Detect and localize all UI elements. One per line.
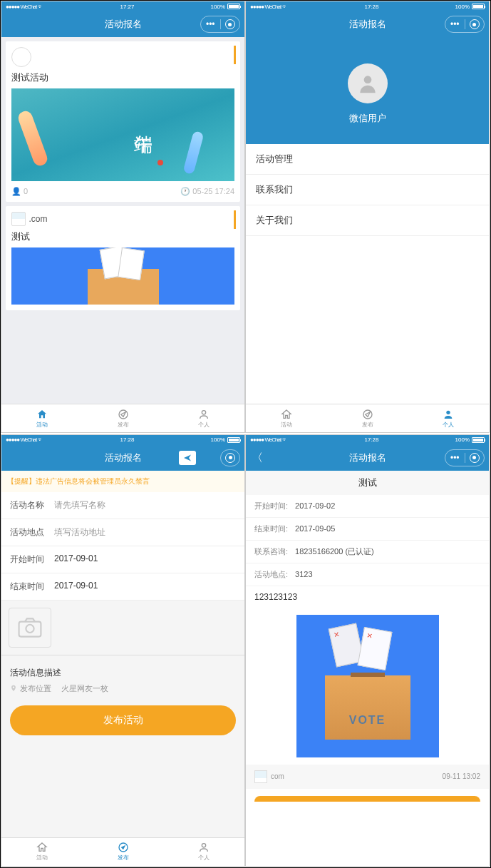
nav-title: 活动报名 — [105, 18, 142, 31]
detail-body: 123123123 — [246, 586, 489, 608]
author-avatar-icon — [254, 770, 267, 783]
row-start-time: 开始时间:2017-09-02 — [246, 495, 489, 518]
tab-publish[interactable]: 发布 — [83, 404, 164, 432]
status-bar: ●●●●● WeChat ᯤ 17:27 100% — [1, 1, 244, 11]
nav-bar: 活动报名 ••• — [246, 11, 489, 37]
author-name: com — [271, 772, 284, 780]
field-address[interactable]: 活动地点填写活动地址 — [1, 519, 244, 546]
send-button[interactable] — [179, 451, 196, 465]
description-label: 活动信息描述 — [10, 667, 236, 679]
svg-point-1 — [202, 410, 206, 414]
author-name: .com — [29, 214, 47, 224]
close-icon[interactable] — [221, 19, 240, 29]
avatar-icon[interactable] — [348, 63, 388, 103]
banner-image: 端午 — [11, 88, 234, 181]
highlight-bar — [234, 46, 236, 64]
action-button[interactable] — [254, 796, 480, 802]
card-title: 测试 — [11, 230, 234, 243]
menu-item-manage[interactable]: 活动管理 — [246, 144, 489, 175]
banner-image — [11, 247, 234, 305]
field-start-time[interactable]: 开始时间2017-09-01 — [1, 546, 244, 573]
menu-item-about[interactable]: 关于我们 — [246, 205, 489, 236]
close-icon[interactable] — [465, 453, 485, 463]
field-name[interactable]: 活动名称请先填写名称 — [1, 492, 244, 519]
svg-point-8 — [202, 844, 206, 847]
tab-profile[interactable]: 个人 — [408, 404, 489, 432]
detail-title: 测试 — [246, 471, 489, 495]
close-button[interactable] — [220, 449, 240, 466]
participant-count: 👤 0 — [11, 187, 28, 196]
image-upload[interactable] — [9, 608, 51, 648]
nav-bar: 活动报名 — [1, 445, 244, 471]
tab-activity[interactable]: 活动 — [1, 404, 83, 432]
field-end-time[interactable]: 结束时间2017-09-01 — [1, 573, 244, 601]
status-bar: ●●●●● WeChat ᯤ 17:28 100% — [1, 435, 244, 445]
profile-header: 微信用户 — [246, 37, 489, 144]
warning-banner: 【提醒】违法广告信息将会被管理员永久禁言 — [1, 471, 244, 492]
status-bar: ●●●●● WeChat ᯤ 17:28 100% — [246, 435, 489, 445]
svg-point-2 — [363, 76, 371, 83]
menu-icon[interactable]: ••• — [445, 19, 465, 29]
nav-bar: 〈 活动报名 ••• — [246, 445, 489, 471]
capsule-button[interactable]: ••• — [445, 16, 485, 33]
nav-title: 活动报名 — [105, 451, 142, 464]
row-end-time: 结束时间:2017-09-05 — [246, 518, 489, 541]
activity-card[interactable]: 测试活动 端午 👤 0 🕐 05-25 17:24 — [6, 41, 240, 202]
capsule-button[interactable]: ••• — [200, 16, 240, 33]
tab-activity[interactable]: 活动 — [1, 838, 83, 866]
nav-title: 活动报名 — [349, 18, 386, 31]
menu-icon[interactable]: ••• — [445, 453, 465, 463]
activity-card[interactable]: .com 测试 — [6, 206, 240, 310]
tab-publish[interactable]: 发布 — [327, 404, 408, 432]
detail-image: VOTE — [296, 615, 439, 757]
tab-bar: 活动 发布 个人 — [1, 404, 244, 432]
status-bar: ●●●●● WeChat ᯤ 17:28 100% — [246, 1, 489, 11]
post-time: 09-11 13:02 — [443, 772, 480, 780]
nav-title: 活动报名 — [349, 451, 386, 464]
nav-bar: 活动报名 ••• — [1, 11, 244, 37]
tab-profile[interactable]: 个人 — [163, 838, 244, 866]
location-row[interactable]: 发布位置 火星网友一枚 — [10, 683, 236, 694]
svg-point-4 — [447, 410, 450, 414]
status-time: 17:27 — [120, 4, 134, 10]
tab-bar: 活动 发布 个人 — [246, 404, 489, 432]
avatar-icon — [11, 47, 31, 67]
menu-item-contact[interactable]: 联系我们 — [246, 175, 489, 205]
close-icon[interactable] — [465, 19, 485, 29]
author-row: com 09-11 13:02 — [246, 765, 489, 789]
tab-bar: 活动 发布 个人 — [1, 837, 244, 866]
tab-publish[interactable]: 发布 — [83, 838, 164, 866]
tab-profile[interactable]: 个人 — [163, 404, 244, 432]
row-contact: 联系咨询:18235166200 (已认证) — [246, 541, 489, 563]
card-title: 测试活动 — [11, 71, 234, 84]
back-button[interactable]: 〈 — [252, 451, 263, 466]
menu-icon[interactable]: ••• — [201, 19, 220, 29]
svg-point-6 — [26, 624, 33, 632]
row-address: 活动地点:3123 — [246, 563, 489, 586]
tab-activity[interactable]: 活动 — [246, 404, 327, 432]
highlight-bar — [234, 210, 236, 229]
post-time: 🕐 05-25 17:24 — [180, 187, 234, 196]
publish-button[interactable]: 发布活动 — [10, 705, 236, 735]
capsule-button[interactable]: ••• — [445, 449, 485, 466]
avatar-icon — [11, 212, 26, 226]
username: 微信用户 — [349, 112, 386, 125]
